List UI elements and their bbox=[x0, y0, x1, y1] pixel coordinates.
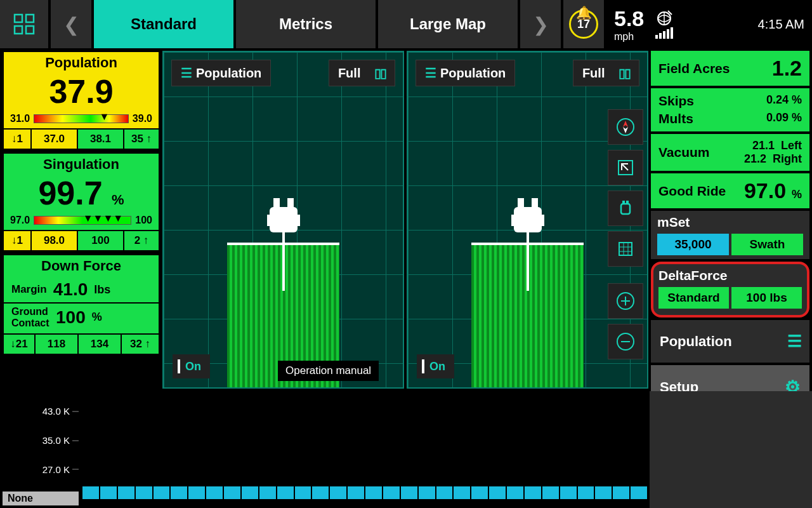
map-layer-button-2[interactable]: ☰Population bbox=[416, 60, 515, 86]
df-gc-value: 100 bbox=[56, 307, 86, 328]
df-gc-label: Ground Contact bbox=[11, 306, 49, 328]
layers-icon: ☰ bbox=[181, 65, 191, 81]
vacuum-left-value: 21.1 bbox=[752, 139, 775, 152]
bell-icon: 🔔 bbox=[576, 5, 592, 20]
svg-rect-10 bbox=[282, 232, 285, 291]
topbar: ❮ Standard Metrics Large Map ❯ 🔔 17 5.8 … bbox=[0, 0, 812, 48]
chart-bars bbox=[82, 398, 647, 483]
downforce-title: Down Force bbox=[4, 255, 159, 277]
pop-stat-up: 35 bbox=[131, 133, 143, 145]
alerts-button[interactable]: 🔔 17 bbox=[563, 0, 604, 48]
map-tools bbox=[608, 109, 643, 359]
split-icon: ▯▯ bbox=[374, 65, 386, 81]
apps-grid-icon[interactable] bbox=[0, 0, 48, 48]
signal-bars-icon bbox=[655, 27, 673, 39]
field-acres-card[interactable]: Field Acres 1.2 bbox=[651, 51, 809, 86]
next-tab-icon[interactable]: ❯ bbox=[520, 0, 561, 48]
svg-rect-23 bbox=[626, 201, 629, 204]
df-margin-value: 41.0 bbox=[53, 279, 88, 300]
tractor-icon bbox=[258, 192, 309, 293]
svg-rect-15 bbox=[539, 215, 544, 226]
grid-view-icon[interactable] bbox=[608, 231, 643, 267]
svg-marker-18 bbox=[623, 121, 628, 127]
vacuum-label: Vacuum bbox=[658, 145, 710, 160]
svg-rect-24 bbox=[619, 243, 632, 255]
mset-swath-button[interactable]: Swath bbox=[731, 234, 803, 255]
df-margin-label: Margin bbox=[11, 283, 47, 296]
field-acres-label: Field Acres bbox=[658, 61, 730, 76]
svg-rect-11 bbox=[518, 198, 524, 207]
map-panel-right[interactable]: ☰Population Full ▯▯ On bbox=[407, 51, 648, 389]
map-on-toggle[interactable]: On bbox=[173, 354, 210, 378]
delta-value-button[interactable]: 100 lbs bbox=[731, 287, 802, 309]
svg-rect-5 bbox=[273, 198, 280, 207]
pop-stat-b: 38.1 bbox=[78, 130, 124, 149]
zoom-out-icon[interactable] bbox=[608, 324, 643, 359]
tab-metrics[interactable]: Metrics bbox=[236, 0, 376, 48]
svg-rect-12 bbox=[532, 198, 538, 207]
prev-tab-icon[interactable]: ❮ bbox=[51, 0, 91, 48]
svg-rect-7 bbox=[270, 207, 298, 232]
tab-standard[interactable]: Standard bbox=[94, 0, 233, 48]
fullscreen-icon[interactable] bbox=[608, 150, 643, 185]
population-title: Population bbox=[4, 52, 159, 74]
svg-rect-9 bbox=[295, 215, 300, 226]
compass-icon[interactable] bbox=[608, 109, 643, 145]
gps-icon bbox=[655, 10, 673, 39]
menu-icon: ☰ bbox=[787, 331, 801, 351]
mset-card[interactable]: mSet 35,000 Swath bbox=[651, 211, 809, 259]
svg-rect-8 bbox=[267, 215, 272, 226]
df-stat-up: 32 bbox=[130, 338, 142, 351]
map-layer-button[interactable]: ☰Population bbox=[171, 60, 271, 86]
vacuum-right-value: 21.2 bbox=[744, 152, 766, 165]
population-card[interactable]: Population 37.9 31.0 ▼ 39.0 ↓1 37.0 38.1… bbox=[3, 51, 160, 150]
df-stat-b: 134 bbox=[79, 335, 122, 354]
svg-rect-3 bbox=[26, 26, 34, 34]
vacuum-card[interactable]: Vacuum 21.1 Left 21.2 Right bbox=[651, 134, 809, 171]
svg-rect-21 bbox=[621, 204, 630, 214]
map-view-button[interactable]: Full ▯▯ bbox=[329, 60, 395, 86]
df-gc-unit: % bbox=[92, 311, 102, 324]
menu-population[interactable]: Population ☰ bbox=[651, 320, 809, 363]
delta-mode-button[interactable]: Standard bbox=[658, 287, 729, 309]
df-stat-a: 118 bbox=[36, 335, 79, 354]
clock: 4:15 AM bbox=[758, 17, 804, 32]
left-column: Population 37.9 31.0 ▼ 39.0 ↓1 37.0 38.1… bbox=[0, 48, 160, 391]
svg-rect-1 bbox=[26, 15, 34, 22]
deltaforce-card[interactable]: DeltaForce Standard 100 lbs bbox=[651, 262, 809, 318]
skips-mults-card[interactable]: Skips0.24 % Mults0.09 % bbox=[651, 88, 809, 131]
pop-stat-down: 1 bbox=[17, 133, 23, 145]
tractor-center-icon[interactable] bbox=[608, 190, 643, 226]
map-view-button-2[interactable]: Full ▯▯ bbox=[573, 60, 639, 86]
goodride-card[interactable]: Good Ride 97.0 % bbox=[651, 173, 809, 208]
map-on-toggle-2[interactable]: On bbox=[417, 354, 454, 378]
sing-range-high: 100 bbox=[135, 215, 152, 226]
population-value: 37.9 bbox=[4, 74, 159, 113]
svg-rect-13 bbox=[514, 207, 542, 232]
row-chart[interactable]: 43.0 K 35.0 K 27.0 K None bbox=[0, 391, 812, 508]
right-column: Field Acres 1.2 Skips0.24 % Mults0.09 % … bbox=[651, 48, 812, 391]
downforce-card[interactable]: Down Force Margin 41.0 lbs Ground Contac… bbox=[3, 254, 160, 355]
population-range-low: 31.0 bbox=[10, 113, 30, 124]
df-stat-down: 21 bbox=[16, 338, 28, 351]
mults-value: 0.09 bbox=[766, 111, 789, 124]
singulation-value: 99.7 % bbox=[4, 175, 159, 215]
sing-range-low: 97.0 bbox=[10, 215, 30, 226]
population-gauge: ▼ bbox=[34, 114, 129, 123]
tooltip: Operation manual bbox=[278, 361, 379, 381]
speed-value: 5.8 bbox=[614, 6, 644, 31]
skips-label: Skips bbox=[658, 93, 694, 109]
map-panel-left[interactable]: ☰Population Full ▯▯ On Operation manual bbox=[162, 51, 404, 389]
singulation-gauge: ▼▼▼▼ bbox=[34, 216, 131, 225]
chart-y-axis: 43.0 K 35.0 K 27.0 K bbox=[0, 398, 81, 483]
svg-marker-19 bbox=[623, 127, 628, 133]
population-range-high: 39.0 bbox=[133, 113, 152, 124]
pop-stat-a: 37.0 bbox=[32, 130, 78, 149]
mset-value-button[interactable]: 35,000 bbox=[657, 234, 729, 255]
singulation-title: Singulation bbox=[4, 154, 159, 175]
zoom-in-icon[interactable] bbox=[608, 283, 643, 319]
tractor-icon-2 bbox=[502, 192, 553, 293]
sing-stat-down: 1 bbox=[17, 234, 23, 247]
tab-large-map[interactable]: Large Map bbox=[378, 0, 518, 48]
singulation-card[interactable]: Singulation 99.7 % 97.0 ▼▼▼▼ 100 ↓1 98.0… bbox=[3, 152, 160, 251]
